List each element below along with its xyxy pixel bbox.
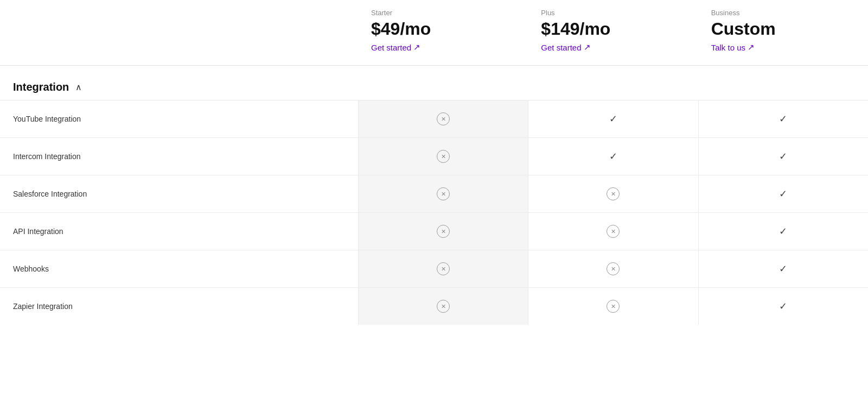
feature-cell-starter [358,138,528,175]
business-label: Business [711,9,740,17]
x-circle-icon [607,300,620,313]
table-row: Zapier Integration✓ [0,288,868,325]
check-icon: ✓ [779,300,787,312]
feature-name: Intercom Integration [0,138,358,175]
starter-price: $49/mo [371,19,431,39]
feature-cell-starter [358,288,528,325]
business-cta[interactable]: Talk to us ↗ [711,42,755,52]
starter-header: Starter $49/mo Get started ↗ [358,0,528,56]
feature-name: API Integration [0,213,358,250]
feature-name: Webhooks [0,250,358,287]
check-icon: ✓ [779,150,787,162]
table-row: Salesforce Integration✓ [0,175,868,213]
section-title: Integration [13,81,69,93]
table-row: YouTube Integration✓✓ [0,100,868,138]
feature-cell-business: ✓ [698,213,868,250]
starter-cta-arrow: ↗ [413,42,420,52]
feature-cell-business: ✓ [698,138,868,175]
x-circle-icon [437,300,450,313]
feature-cell-starter [358,175,528,212]
feature-name: Salesforce Integration [0,175,358,212]
feature-cell-starter [358,100,528,137]
pricing-table: Starter $49/mo Get started ↗ Plus $149/m… [0,0,868,397]
check-icon: ✓ [779,225,787,237]
header-row: Starter $49/mo Get started ↗ Plus $149/m… [0,0,868,66]
feature-cell-business: ✓ [698,100,868,137]
business-header: Business Custom Talk to us ↗ [698,0,868,56]
x-circle-icon [607,225,620,238]
feature-cell-business: ✓ [698,250,868,287]
table-row: API Integration✓ [0,213,868,250]
plus-label: Plus [541,9,554,17]
feature-cell-plus [528,250,698,287]
plus-cta[interactable]: Get started ↗ [541,42,590,52]
feature-cell-starter [358,250,528,287]
x-circle-icon [437,112,450,125]
x-circle-icon [437,262,450,275]
x-circle-icon [607,187,620,200]
feature-cell-plus [528,175,698,212]
check-icon: ✓ [609,113,617,125]
x-circle-icon [437,187,450,200]
business-cta-arrow: ↗ [748,42,755,52]
feature-cell-plus [528,288,698,325]
plus-price: $149/mo [541,19,610,39]
business-price: Custom [711,19,776,39]
x-circle-icon [437,225,450,238]
starter-cta[interactable]: Get started ↗ [371,42,420,52]
feature-cell-business: ✓ [698,288,868,325]
check-icon: ✓ [779,113,787,125]
feature-cell-plus: ✓ [528,100,698,137]
x-circle-icon [607,262,620,275]
check-icon: ✓ [779,263,787,275]
table-row: Intercom Integration✓✓ [0,138,868,175]
feature-name: Zapier Integration [0,288,358,325]
feature-cell-plus [528,213,698,250]
chevron-up-icon[interactable]: ∧ [75,82,82,92]
starter-label: Starter [371,9,392,17]
feature-name: YouTube Integration [0,100,358,137]
table-row: Webhooks✓ [0,250,868,288]
check-icon: ✓ [779,188,787,200]
empty-header-cell [0,0,358,56]
integration-section-header: Integration ∧ [0,66,868,100]
plus-header: Plus $149/mo Get started ↗ [528,0,698,56]
feature-cell-business: ✓ [698,175,868,212]
x-circle-icon [437,150,450,163]
feature-cell-starter [358,213,528,250]
plus-cta-arrow: ↗ [584,42,591,52]
features-container: YouTube Integration✓✓Intercom Integratio… [0,100,868,325]
check-icon: ✓ [609,150,617,162]
feature-cell-plus: ✓ [528,138,698,175]
